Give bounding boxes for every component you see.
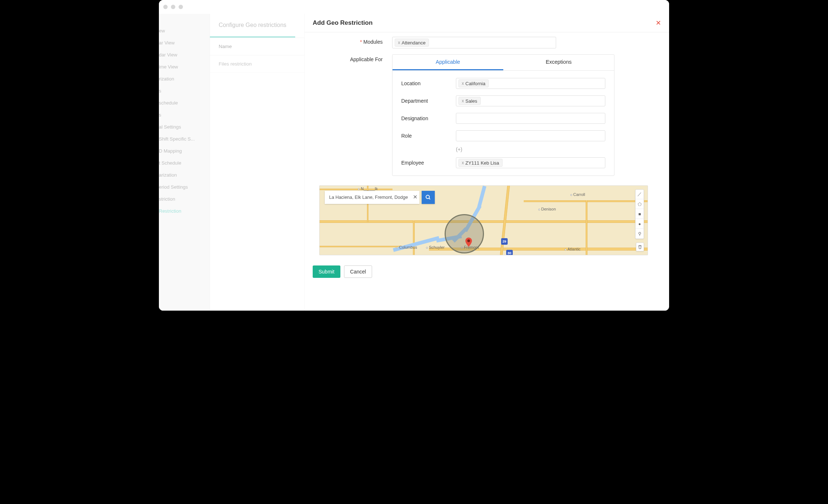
footer: Submit Cancel	[305, 261, 669, 282]
svg-point-0	[467, 240, 470, 243]
window-close-dot[interactable]	[163, 5, 168, 9]
geo-radius-circle[interactable]	[445, 214, 484, 253]
sidebar-item-georestriction[interactable]: Restriction	[159, 205, 210, 217]
label-modules: Modules	[305, 37, 392, 45]
employee-tag-label: ZY111 Keb Lisa	[465, 160, 499, 166]
search-icon	[425, 194, 431, 200]
map-pin-icon[interactable]	[465, 237, 472, 247]
employee-tag: x ZY111 Keb Lisa	[458, 159, 503, 167]
mid-panel: Configure Geo restrictions Name Files re…	[210, 14, 305, 311]
employee-input[interactable]: x ZY111 Keb Lisa	[456, 157, 605, 168]
highway-shield: 29	[501, 238, 508, 245]
label-employee: Employee	[401, 160, 456, 166]
designation-input[interactable]	[456, 113, 605, 124]
draw-line-icon[interactable]: ／	[636, 190, 644, 199]
map-tools: ／ ⬠ ■ ● ⚲	[635, 189, 644, 239]
city-label: Atlantic	[565, 247, 581, 251]
close-icon[interactable]: ✕	[656, 19, 661, 27]
tab-exceptions[interactable]: Exceptions	[503, 55, 614, 70]
label-location: Location	[401, 80, 456, 86]
city-label: Columbus	[396, 245, 417, 249]
tab-applicable[interactable]: Applicable	[392, 55, 503, 70]
cancel-button[interactable]: Cancel	[344, 265, 372, 278]
location-tag-label: California	[465, 81, 485, 86]
city-label: Denison	[538, 207, 556, 211]
draw-circle-icon[interactable]: ●	[636, 219, 644, 229]
sidebar-item[interactable]: schedule	[159, 97, 210, 109]
sidebar-item[interactable]: t Schedule	[159, 157, 210, 169]
modal-header: Add Geo Restriction ✕	[305, 14, 669, 32]
location-tag: x California	[458, 79, 489, 87]
add-more-link[interactable]: (+)	[456, 146, 605, 152]
remove-tag-icon[interactable]: x	[462, 81, 464, 86]
map[interactable]: N_____lk Columbus Schuyler Fremont Carro…	[319, 185, 648, 255]
sidebar-item[interactable]: arization	[159, 169, 210, 181]
tab-content: Location x California	[392, 71, 614, 176]
mid-panel-header-name: Name	[210, 38, 304, 55]
search-button[interactable]	[422, 191, 435, 204]
title-bar	[159, 0, 669, 14]
sidebar-item[interactable]: eriod Settings	[159, 181, 210, 193]
tabs: Applicable Exceptions	[392, 55, 614, 71]
city-label: Schuyler	[426, 245, 445, 249]
label-designation: Designation	[401, 115, 456, 121]
sidebar-item[interactable]: rization	[159, 73, 210, 85]
department-tag-label: Sales	[465, 98, 477, 104]
label-applicable-for: Applicable For	[305, 54, 392, 62]
sidebar-item[interactable]: ew	[159, 25, 210, 37]
sidebar-item[interactable]: ime View	[159, 61, 210, 73]
remove-tag-icon[interactable]: x	[462, 160, 464, 165]
city-label: N_____lk	[358, 186, 378, 191]
map-search: ✕	[325, 191, 435, 204]
sidebar-item[interactable]: s	[159, 85, 210, 97]
draw-marker-icon[interactable]: ⚲	[636, 229, 644, 239]
department-tag: x Sales	[458, 97, 481, 105]
label-role: Role	[401, 133, 456, 139]
mid-panel-title: Configure Geo restrictions	[210, 14, 295, 38]
svg-point-1	[426, 195, 429, 198]
highway-shield: 80	[506, 250, 513, 255]
map-search-input[interactable]	[325, 191, 419, 204]
modules-input[interactable]: x Attendance	[392, 37, 556, 48]
module-tag-label: Attendance	[402, 40, 426, 46]
sidebar-item[interactable]: D Mapping	[159, 145, 210, 157]
sidebar-item[interactable]: s	[159, 109, 210, 121]
clear-search-icon[interactable]: ✕	[413, 194, 418, 200]
remove-tag-icon[interactable]: x	[462, 98, 464, 103]
modal-title: Add Geo Restriction	[313, 19, 372, 27]
window-frame: ew ar View dar View ime View rization s …	[159, 0, 669, 311]
department-input[interactable]: x Sales	[456, 95, 605, 106]
window-max-dot[interactable]	[179, 5, 183, 9]
sidebar-item[interactable]: ar View	[159, 37, 210, 49]
draw-rect-icon[interactable]: ■	[636, 209, 644, 219]
city-label: Carroll	[570, 192, 585, 197]
location-input[interactable]: x California	[456, 78, 605, 89]
module-tag: x Attendance	[395, 39, 429, 47]
sidebar-item[interactable]: striction	[159, 193, 210, 205]
label-department: Department	[401, 98, 456, 104]
delete-shape-icon[interactable]	[636, 243, 644, 251]
submit-button[interactable]: Submit	[313, 265, 340, 278]
sidebar-item[interactable]: al Settings	[159, 121, 210, 133]
sidebar-item[interactable]: Shift Specific S...	[159, 133, 210, 145]
main-panel: Add Geo Restriction ✕ Modules x Attendan…	[305, 14, 669, 311]
sidebar-item[interactable]: dar View	[159, 49, 210, 61]
window-min-dot[interactable]	[171, 5, 175, 9]
role-input[interactable]	[456, 130, 605, 141]
sidebar: ew ar View dar View ime View rization s …	[159, 14, 210, 311]
svg-line-2	[429, 198, 430, 199]
remove-tag-icon[interactable]: x	[398, 40, 400, 45]
draw-polygon-icon[interactable]: ⬠	[636, 200, 644, 209]
mid-panel-row[interactable]: Files restriction	[210, 55, 304, 73]
applicable-panel: Applicable Exceptions Location x	[392, 54, 614, 176]
